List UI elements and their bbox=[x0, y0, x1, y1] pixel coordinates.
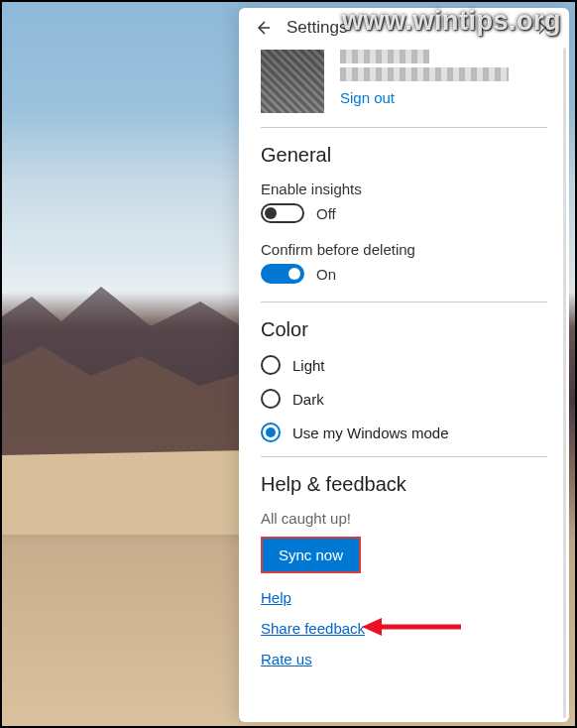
enable-insights-toggle[interactable] bbox=[261, 203, 304, 223]
share-feedback-link[interactable]: Share feedback bbox=[261, 620, 547, 637]
profile-name-redacted bbox=[340, 50, 429, 63]
section-help-title: Help & feedback bbox=[261, 473, 547, 496]
confirm-delete-label: Confirm before deleting bbox=[261, 241, 547, 258]
divider bbox=[261, 456, 547, 457]
page-title: Settings bbox=[287, 18, 347, 38]
confirm-delete-toggle[interactable] bbox=[261, 264, 304, 284]
sync-status-caption: All caught up! bbox=[261, 510, 547, 527]
sync-now-button[interactable]: Sync now bbox=[261, 537, 361, 573]
radio-icon bbox=[261, 355, 281, 375]
sign-out-link[interactable]: Sign out bbox=[340, 85, 547, 106]
enable-insights-state: Off bbox=[316, 205, 336, 222]
confirm-delete-state: On bbox=[316, 266, 336, 283]
profile-section: Sign out bbox=[261, 50, 547, 113]
settings-panel: Settings Sign out General Enable insight… bbox=[239, 8, 569, 722]
panel-header: Settings bbox=[239, 8, 569, 44]
rate-us-link[interactable]: Rate us bbox=[261, 651, 547, 667]
divider bbox=[261, 302, 547, 303]
radio-icon bbox=[261, 389, 281, 409]
profile-email-redacted bbox=[340, 67, 509, 81]
back-icon[interactable] bbox=[253, 18, 273, 38]
enable-insights-label: Enable insights bbox=[261, 181, 547, 197]
close-icon[interactable] bbox=[535, 18, 555, 38]
help-link[interactable]: Help bbox=[261, 589, 547, 606]
divider bbox=[261, 127, 547, 128]
scrollbar[interactable] bbox=[563, 48, 566, 718]
color-option-light[interactable]: Light bbox=[261, 355, 547, 375]
section-color-title: Color bbox=[261, 318, 547, 341]
section-general-title: General bbox=[261, 144, 547, 167]
avatar bbox=[261, 50, 324, 113]
color-option-windows[interactable]: Use my Windows mode bbox=[261, 423, 547, 442]
color-option-dark[interactable]: Dark bbox=[261, 389, 547, 409]
radio-icon bbox=[261, 423, 281, 442]
